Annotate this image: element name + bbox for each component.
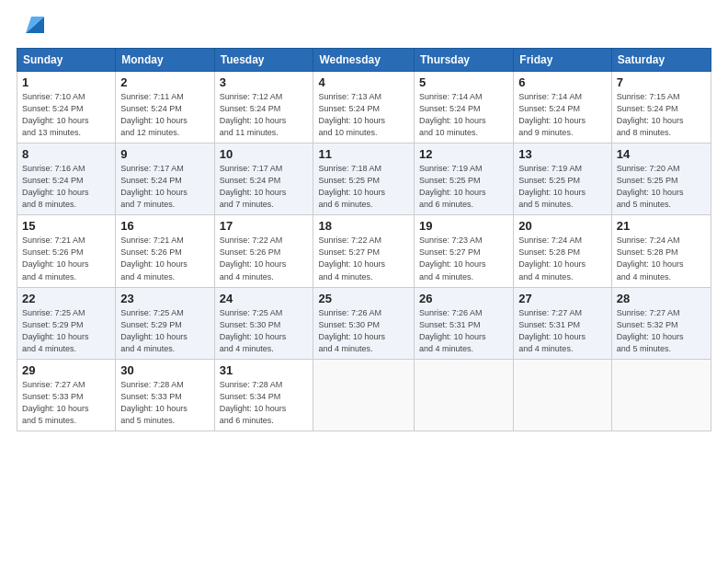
day-info: Sunrise: 7:21 AM Sunset: 5:26 PM Dayligh…	[120, 235, 209, 282]
day-info: Sunrise: 7:18 AM Sunset: 5:25 PM Dayligh…	[318, 163, 409, 211]
calendar-cell: 21Sunrise: 7:24 AM Sunset: 5:28 PM Dayli…	[611, 215, 711, 287]
day-number: 10	[220, 147, 309, 161]
day-info: Sunrise: 7:10 AM Sunset: 5:24 PM Dayligh…	[22, 91, 110, 139]
logo-area	[17, 17, 44, 39]
calendar-cell: 17Sunrise: 7:22 AM Sunset: 5:26 PM Dayli…	[214, 215, 313, 287]
calendar-cell: 3Sunrise: 7:12 AM Sunset: 5:24 PM Daylig…	[214, 72, 313, 144]
day-number: 16	[120, 219, 209, 233]
calendar-cell: 31Sunrise: 7:28 AM Sunset: 5:34 PM Dayli…	[214, 359, 313, 431]
day-info: Sunrise: 7:17 AM Sunset: 5:24 PM Dayligh…	[220, 163, 309, 211]
calendar-cell: 29Sunrise: 7:27 AM Sunset: 5:33 PM Dayli…	[17, 359, 116, 431]
calendar-cell	[514, 359, 612, 431]
day-info: Sunrise: 7:11 AM Sunset: 5:24 PM Dayligh…	[120, 91, 209, 139]
day-info: Sunrise: 7:22 AM Sunset: 5:27 PM Dayligh…	[318, 235, 409, 282]
calendar-cell: 1Sunrise: 7:10 AM Sunset: 5:24 PM Daylig…	[17, 72, 116, 144]
calendar-header-wednesday: Wednesday	[313, 49, 415, 72]
calendar-cell: 15Sunrise: 7:21 AM Sunset: 5:26 PM Dayli…	[17, 215, 116, 287]
day-number: 31	[220, 363, 309, 377]
calendar-table: SundayMondayTuesdayWednesdayThursdayFrid…	[17, 48, 711, 431]
day-number: 17	[220, 219, 309, 233]
calendar-cell: 6Sunrise: 7:14 AM Sunset: 5:24 PM Daylig…	[514, 72, 612, 144]
day-info: Sunrise: 7:26 AM Sunset: 5:30 PM Dayligh…	[318, 307, 409, 355]
calendar-cell: 14Sunrise: 7:20 AM Sunset: 5:25 PM Dayli…	[611, 144, 711, 215]
day-number: 21	[617, 219, 706, 233]
day-number: 18	[318, 219, 409, 233]
day-info: Sunrise: 7:16 AM Sunset: 5:24 PM Dayligh…	[22, 163, 110, 211]
calendar-cell: 19Sunrise: 7:23 AM Sunset: 5:27 PM Dayli…	[415, 215, 514, 287]
day-number: 6	[518, 75, 607, 89]
day-number: 25	[318, 292, 409, 305]
day-number: 4	[318, 75, 409, 89]
calendar-cell: 23Sunrise: 7:25 AM Sunset: 5:29 PM Dayli…	[116, 287, 214, 359]
day-number: 3	[220, 75, 309, 89]
calendar-cell: 10Sunrise: 7:17 AM Sunset: 5:24 PM Dayli…	[214, 144, 313, 215]
day-number: 11	[318, 147, 409, 161]
calendar-header-tuesday: Tuesday	[214, 49, 313, 72]
calendar-header-thursday: Thursday	[415, 49, 514, 72]
day-info: Sunrise: 7:12 AM Sunset: 5:24 PM Dayligh…	[220, 91, 309, 139]
calendar-cell: 11Sunrise: 7:18 AM Sunset: 5:25 PM Dayli…	[313, 144, 415, 215]
day-info: Sunrise: 7:25 AM Sunset: 5:30 PM Dayligh…	[220, 307, 309, 355]
calendar-cell: 16Sunrise: 7:21 AM Sunset: 5:26 PM Dayli…	[116, 215, 214, 287]
day-info: Sunrise: 7:21 AM Sunset: 5:26 PM Dayligh…	[22, 235, 110, 282]
calendar-header-sunday: Sunday	[17, 49, 116, 72]
day-info: Sunrise: 7:27 AM Sunset: 5:32 PM Dayligh…	[617, 307, 706, 355]
day-info: Sunrise: 7:19 AM Sunset: 5:25 PM Dayligh…	[518, 163, 607, 211]
calendar-cell: 20Sunrise: 7:24 AM Sunset: 5:28 PM Dayli…	[514, 215, 612, 287]
calendar-cell: 28Sunrise: 7:27 AM Sunset: 5:32 PM Dayli…	[611, 287, 711, 359]
day-info: Sunrise: 7:17 AM Sunset: 5:24 PM Dayligh…	[120, 163, 209, 211]
day-info: Sunrise: 7:28 AM Sunset: 5:34 PM Dayligh…	[220, 379, 309, 427]
day-info: Sunrise: 7:22 AM Sunset: 5:26 PM Dayligh…	[220, 235, 309, 282]
day-number: 15	[22, 219, 110, 233]
day-number: 26	[419, 292, 508, 305]
calendar-header-friday: Friday	[514, 49, 612, 72]
calendar-cell	[313, 359, 415, 431]
calendar-week-row: 8Sunrise: 7:16 AM Sunset: 5:24 PM Daylig…	[17, 144, 711, 215]
calendar-cell	[415, 359, 514, 431]
calendar-week-row: 15Sunrise: 7:21 AM Sunset: 5:26 PM Dayli…	[17, 215, 711, 287]
day-number: 29	[22, 363, 110, 377]
calendar-header-row: SundayMondayTuesdayWednesdayThursdayFrid…	[17, 49, 711, 72]
calendar-cell: 8Sunrise: 7:16 AM Sunset: 5:24 PM Daylig…	[17, 144, 116, 215]
day-number: 2	[120, 75, 209, 89]
day-info: Sunrise: 7:27 AM Sunset: 5:33 PM Dayligh…	[22, 379, 110, 427]
day-number: 5	[419, 75, 508, 89]
day-info: Sunrise: 7:19 AM Sunset: 5:25 PM Dayligh…	[419, 163, 508, 211]
calendar-cell: 27Sunrise: 7:27 AM Sunset: 5:31 PM Dayli…	[514, 287, 612, 359]
calendar-cell	[611, 359, 711, 431]
calendar-cell: 5Sunrise: 7:14 AM Sunset: 5:24 PM Daylig…	[415, 72, 514, 144]
day-info: Sunrise: 7:24 AM Sunset: 5:28 PM Dayligh…	[518, 235, 607, 282]
day-info: Sunrise: 7:27 AM Sunset: 5:31 PM Dayligh…	[518, 307, 607, 355]
day-info: Sunrise: 7:28 AM Sunset: 5:33 PM Dayligh…	[120, 379, 209, 427]
day-number: 19	[419, 219, 508, 233]
calendar-header-monday: Monday	[116, 49, 214, 72]
day-number: 13	[518, 147, 607, 161]
calendar-week-row: 1Sunrise: 7:10 AM Sunset: 5:24 PM Daylig…	[17, 72, 711, 144]
calendar-week-row: 29Sunrise: 7:27 AM Sunset: 5:33 PM Dayli…	[17, 359, 711, 431]
calendar-cell: 2Sunrise: 7:11 AM Sunset: 5:24 PM Daylig…	[116, 72, 214, 144]
day-info: Sunrise: 7:25 AM Sunset: 5:29 PM Dayligh…	[22, 307, 110, 355]
calendar-cell: 24Sunrise: 7:25 AM Sunset: 5:30 PM Dayli…	[214, 287, 313, 359]
calendar-cell: 30Sunrise: 7:28 AM Sunset: 5:33 PM Dayli…	[116, 359, 214, 431]
day-number: 8	[22, 147, 110, 161]
day-number: 28	[617, 292, 706, 305]
calendar-week-row: 22Sunrise: 7:25 AM Sunset: 5:29 PM Dayli…	[17, 287, 711, 359]
day-info: Sunrise: 7:14 AM Sunset: 5:24 PM Dayligh…	[518, 91, 607, 139]
calendar-cell: 9Sunrise: 7:17 AM Sunset: 5:24 PM Daylig…	[116, 144, 214, 215]
calendar-cell: 13Sunrise: 7:19 AM Sunset: 5:25 PM Dayli…	[514, 144, 612, 215]
calendar-cell: 4Sunrise: 7:13 AM Sunset: 5:24 PM Daylig…	[313, 72, 415, 144]
day-info: Sunrise: 7:26 AM Sunset: 5:31 PM Dayligh…	[419, 307, 508, 355]
day-number: 23	[120, 292, 209, 305]
day-number: 12	[419, 147, 508, 161]
day-number: 7	[617, 75, 706, 89]
day-info: Sunrise: 7:20 AM Sunset: 5:25 PM Dayligh…	[617, 163, 706, 211]
calendar-cell: 22Sunrise: 7:25 AM Sunset: 5:29 PM Dayli…	[17, 287, 116, 359]
day-info: Sunrise: 7:25 AM Sunset: 5:29 PM Dayligh…	[120, 307, 209, 355]
calendar-cell: 12Sunrise: 7:19 AM Sunset: 5:25 PM Dayli…	[415, 144, 514, 215]
day-number: 24	[220, 292, 309, 305]
day-info: Sunrise: 7:13 AM Sunset: 5:24 PM Dayligh…	[318, 91, 409, 139]
page: SundayMondayTuesdayWednesdayThursdayFrid…	[0, 0, 728, 563]
header	[17, 17, 711, 39]
day-number: 30	[120, 363, 209, 377]
calendar-cell: 25Sunrise: 7:26 AM Sunset: 5:30 PM Dayli…	[313, 287, 415, 359]
